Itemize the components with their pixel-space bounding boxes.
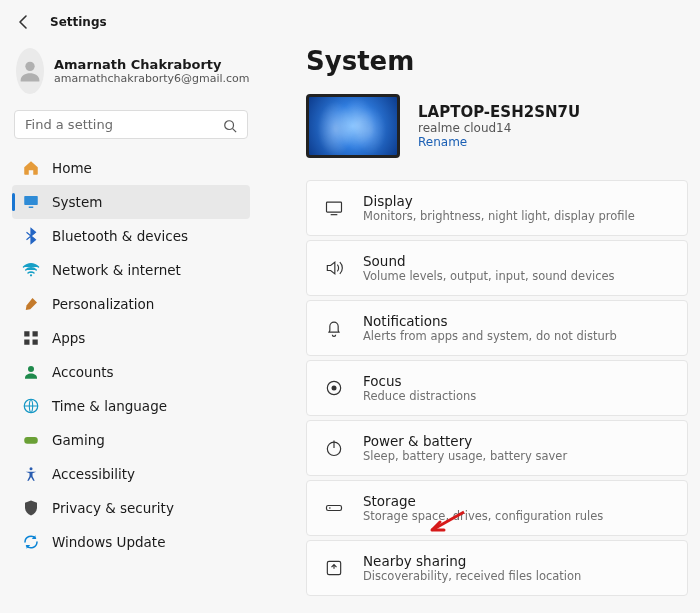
- sidebar-item-label: Bluetooth & devices: [52, 228, 188, 244]
- svg-point-10: [28, 366, 34, 372]
- svg-point-1: [225, 120, 234, 129]
- apps-icon: [22, 329, 40, 347]
- sidebar-item-label: Network & internet: [52, 262, 181, 278]
- device-name: LAPTOP-ESH2SN7U: [418, 103, 580, 121]
- card-title: Sound: [363, 253, 615, 269]
- avatar: [16, 48, 44, 94]
- bluetooth-icon: [22, 227, 40, 245]
- sidebar-item-bluetooth[interactable]: Bluetooth & devices: [12, 219, 250, 253]
- sidebar-item-personalization[interactable]: Personalization: [12, 287, 250, 321]
- device-model: realme cloud14: [418, 121, 580, 135]
- svg-rect-8: [24, 340, 29, 345]
- setting-sound[interactable]: Sound Volume levels, output, input, soun…: [306, 240, 688, 296]
- svg-rect-14: [327, 202, 342, 212]
- sidebar: Amarnath Chakraborty amarnathchakraborty…: [0, 36, 258, 611]
- sidebar-item-windows-update[interactable]: Windows Update: [12, 525, 250, 559]
- person-icon: [22, 363, 40, 381]
- setting-focus[interactable]: Focus Reduce distractions: [306, 360, 688, 416]
- sidebar-item-label: System: [52, 194, 102, 210]
- svg-point-17: [332, 386, 337, 391]
- sidebar-item-label: Gaming: [52, 432, 105, 448]
- sound-icon: [323, 257, 345, 279]
- power-icon: [323, 437, 345, 459]
- profile-email: amarnathchakraborty6@gmail.com: [54, 72, 250, 85]
- sidebar-item-label: Apps: [52, 330, 85, 346]
- sidebar-item-home[interactable]: Home: [12, 151, 250, 185]
- sidebar-item-gaming[interactable]: Gaming: [12, 423, 250, 457]
- app-title: Settings: [50, 15, 107, 29]
- profile-block[interactable]: Amarnath Chakraborty amarnathchakraborty…: [12, 44, 250, 108]
- svg-point-13: [30, 467, 33, 470]
- search-input[interactable]: [25, 117, 223, 132]
- svg-rect-7: [33, 331, 38, 336]
- setting-notifications[interactable]: Notifications Alerts from apps and syste…: [306, 300, 688, 356]
- sidebar-item-privacy[interactable]: Privacy & security: [12, 491, 250, 525]
- card-sub: Storage space, drives, configuration rul…: [363, 509, 603, 523]
- profile-name: Amarnath Chakraborty: [54, 57, 250, 73]
- svg-point-21: [329, 507, 331, 509]
- sidebar-item-apps[interactable]: Apps: [12, 321, 250, 355]
- gamepad-icon: [22, 431, 40, 449]
- svg-point-5: [30, 274, 32, 276]
- svg-rect-4: [29, 207, 34, 209]
- card-title: Nearby sharing: [363, 553, 581, 569]
- card-sub: Alerts from apps and system, do not dist…: [363, 329, 617, 343]
- page-title: System: [306, 46, 688, 76]
- sidebar-item-system[interactable]: System: [12, 185, 250, 219]
- update-icon: [22, 533, 40, 551]
- card-sub: Discoverability, received files location: [363, 569, 581, 583]
- setting-display[interactable]: Display Monitors, brightness, night ligh…: [306, 180, 688, 236]
- sidebar-item-network[interactable]: Network & internet: [12, 253, 250, 287]
- focus-icon: [323, 377, 345, 399]
- sidebar-item-label: Privacy & security: [52, 500, 174, 516]
- system-icon: [22, 193, 40, 211]
- sidebar-item-label: Accessibility: [52, 466, 135, 482]
- card-sub: Sleep, battery usage, battery saver: [363, 449, 567, 463]
- search-box[interactable]: [14, 110, 248, 139]
- display-icon: [323, 197, 345, 219]
- sidebar-item-label: Windows Update: [52, 534, 165, 550]
- brush-icon: [22, 295, 40, 313]
- sidebar-item-time-language[interactable]: Time & language: [12, 389, 250, 423]
- back-button[interactable]: [16, 14, 32, 30]
- svg-line-2: [233, 128, 237, 132]
- card-sub: Reduce distractions: [363, 389, 476, 403]
- share-icon: [323, 557, 345, 579]
- main-pane: System LAPTOP-ESH2SN7U realme cloud14 Re…: [258, 36, 700, 611]
- card-title: Notifications: [363, 313, 617, 329]
- sidebar-item-label: Home: [52, 160, 92, 176]
- wifi-icon: [22, 261, 40, 279]
- svg-point-0: [25, 62, 34, 71]
- card-sub: Volume levels, output, input, sound devi…: [363, 269, 615, 283]
- sidebar-item-accounts[interactable]: Accounts: [12, 355, 250, 389]
- rename-link[interactable]: Rename: [418, 135, 580, 149]
- sidebar-item-accessibility[interactable]: Accessibility: [12, 457, 250, 491]
- bell-icon: [323, 317, 345, 339]
- accessibility-icon: [22, 465, 40, 483]
- svg-rect-20: [327, 506, 342, 511]
- card-sub: Monitors, brightness, night light, displ…: [363, 209, 635, 223]
- sidebar-item-label: Personalization: [52, 296, 154, 312]
- settings-list: Display Monitors, brightness, night ligh…: [306, 180, 688, 596]
- card-title: Display: [363, 193, 635, 209]
- svg-rect-6: [24, 331, 29, 336]
- search-icon: [223, 118, 237, 132]
- globe-icon: [22, 397, 40, 415]
- setting-storage[interactable]: Storage Storage space, drives, configura…: [306, 480, 688, 536]
- svg-rect-3: [24, 196, 38, 205]
- storage-icon: [323, 497, 345, 519]
- card-title: Focus: [363, 373, 476, 389]
- nav-list: Home System Bluetooth & devices Network …: [12, 151, 250, 559]
- sidebar-item-label: Time & language: [52, 398, 167, 414]
- setting-power[interactable]: Power & battery Sleep, battery usage, ba…: [306, 420, 688, 476]
- setting-nearby-sharing[interactable]: Nearby sharing Discoverability, received…: [306, 540, 688, 596]
- svg-rect-9: [33, 340, 38, 345]
- shield-icon: [22, 499, 40, 517]
- sidebar-item-label: Accounts: [52, 364, 114, 380]
- device-block: LAPTOP-ESH2SN7U realme cloud14 Rename: [306, 94, 688, 158]
- card-title: Power & battery: [363, 433, 567, 449]
- svg-rect-12: [24, 437, 38, 444]
- device-wallpaper: [306, 94, 400, 158]
- card-title: Storage: [363, 493, 603, 509]
- home-icon: [22, 159, 40, 177]
